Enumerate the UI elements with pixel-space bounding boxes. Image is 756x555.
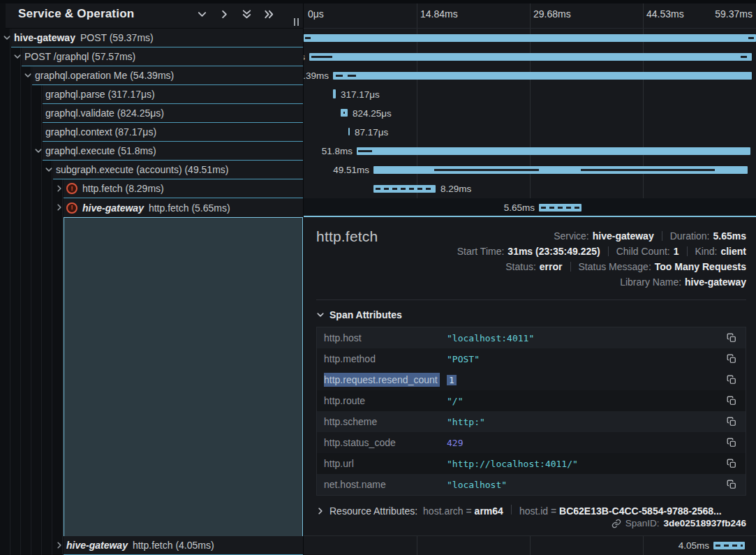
- duration-label: 49.51ms: [333, 165, 369, 175]
- tree-row[interactable]: graphql.operation Me (54.39ms): [0, 66, 303, 85]
- tree-row[interactable]: !hive-gatewayhttp.fetch (5.65ms): [0, 198, 303, 217]
- pane-title: Service & Operation: [6, 7, 134, 21]
- tree-row[interactable]: graphql.validate (824.25μs): [0, 104, 303, 123]
- copy-icon[interactable]: [718, 480, 746, 489]
- attribute-value: 429: [447, 438, 718, 448]
- collapse-one-icon[interactable]: [194, 6, 209, 22]
- timeline-row[interactable]: 317.17μs: [304, 85, 756, 104]
- attribute-row[interactable]: http.method"POST": [317, 348, 746, 369]
- tree-row[interactable]: subgraph.execute (accounts) (49.51ms): [0, 161, 303, 179]
- gridline: [417, 0, 417, 28]
- collapse-all-icon[interactable]: [239, 6, 254, 22]
- duration-label: 54.39ms: [304, 71, 329, 81]
- tree-row[interactable]: graphql.context (87.17μs): [0, 123, 303, 142]
- chevron-down-icon[interactable]: [13, 52, 22, 61]
- ruler-tick: 29.68ms: [533, 8, 571, 20]
- timeline-row[interactable]: 87.17μs: [304, 123, 756, 142]
- tree-row[interactable]: hive-gatewayhttp.fetch (4.05ms): [0, 536, 303, 555]
- tree-row[interactable]: !http.fetch (8.29ms): [0, 179, 303, 198]
- timeline-row[interactable]: 8.29ms: [304, 179, 756, 198]
- attribute-row[interactable]: http.route"/": [317, 390, 746, 411]
- child-span-tick: [434, 169, 539, 171]
- copy-icon[interactable]: [718, 375, 746, 385]
- meta-separator: [687, 246, 688, 256]
- chevron-down-icon[interactable]: [44, 165, 54, 175]
- attribute-row[interactable]: net.host.name"localhost": [317, 474, 746, 495]
- pane-resize-handle[interactable]: [294, 18, 299, 26]
- span-label: POST (59.37ms): [80, 32, 154, 43]
- selected-span-expanded-panel: [64, 217, 303, 536]
- meta-label: Service:: [554, 228, 589, 244]
- meta-label: Status Message:: [579, 259, 651, 274]
- timeline-row[interactable]: 4.05ms: [304, 536, 756, 555]
- meta-label: Status:: [505, 259, 536, 274]
- meta-label: Duration:: [670, 228, 710, 244]
- attribute-value: "localhost:4011": [447, 333, 718, 343]
- service-name: hive-gateway: [14, 32, 75, 43]
- expand-one-icon[interactable]: [216, 6, 232, 22]
- tree-row[interactable]: hive-gatewayPOST (59.37ms): [0, 29, 303, 47]
- timeline-row[interactable]: 49.51ms: [304, 161, 756, 179]
- span-bar[interactable]: [348, 128, 350, 135]
- copy-icon[interactable]: [718, 417, 746, 427]
- chevron-right-icon[interactable]: [54, 202, 64, 212]
- copy-icon[interactable]: [718, 333, 746, 343]
- meta-value: 5.65ms: [713, 228, 746, 244]
- gridline: [643, 0, 644, 28]
- timeline-row[interactable]: 824.25μs: [304, 104, 756, 123]
- chevron-down-icon[interactable]: [23, 71, 33, 80]
- span-name: http.fetch: [316, 228, 378, 290]
- ruler-tick: 0μs: [308, 8, 324, 20]
- resource-attributes-row[interactable]: Resource Attributes: host.arch = arm64ho…: [316, 505, 746, 517]
- attribute-row[interactable]: http.host"localhost:4011": [317, 327, 746, 348]
- link-icon[interactable]: [612, 519, 621, 528]
- span-attributes-toggle[interactable]: Span Attributes: [316, 309, 746, 320]
- span-bar[interactable]: [373, 166, 748, 174]
- timeline-row[interactable]: 5.65ms: [304, 198, 756, 217]
- chevron-right-icon[interactable]: [54, 184, 64, 193]
- span-label: http.fetch (5.65ms): [149, 202, 230, 214]
- tree-row[interactable]: POST /graphql (57.57ms): [0, 47, 303, 66]
- expand-all-icon[interactable]: [261, 6, 276, 22]
- chevron-right-icon[interactable]: [54, 540, 64, 550]
- span-bar[interactable]: [341, 109, 348, 117]
- attribute-key: http.url: [317, 458, 447, 469]
- attribute-value: "localhost": [447, 480, 718, 490]
- chevron-down-icon[interactable]: [2, 33, 12, 43]
- child-span-tick: [305, 37, 311, 39]
- timeline-row[interactable]: 57.57ms: [304, 47, 756, 66]
- timeline-row[interactable]: 51.8ms: [304, 142, 756, 161]
- gridline: [530, 0, 531, 28]
- span-attributes-title: Span Attributes: [329, 309, 402, 320]
- span-bar[interactable]: [713, 542, 745, 549]
- span-bar[interactable]: [333, 89, 336, 98]
- ruler-tick: 59.37ms: [715, 8, 753, 20]
- timeline-row[interactable]: [304, 29, 756, 47]
- span-bar[interactable]: [304, 34, 756, 42]
- attribute-row[interactable]: http.url"http://localhost:4011/": [317, 453, 746, 474]
- service-name: hive-gateway: [82, 202, 144, 214]
- span-bar[interactable]: [357, 147, 750, 155]
- copy-icon[interactable]: [718, 354, 746, 364]
- span-bar[interactable]: [539, 204, 581, 212]
- span-bar[interactable]: [309, 53, 752, 61]
- timeline-row[interactable]: 54.39ms: [304, 66, 756, 85]
- tree-row[interactable]: graphql.parse (317.17μs): [0, 85, 303, 104]
- span-id-label: SpanID:: [625, 518, 660, 528]
- span-bar[interactable]: [333, 72, 752, 80]
- tree-header: Service & Operation: [6, 0, 303, 29]
- attribute-key: http.method: [317, 353, 447, 364]
- tree-header-actions: [194, 6, 276, 22]
- attribute-row[interactable]: http.request.resend_count1: [317, 369, 746, 390]
- copy-icon[interactable]: [718, 396, 746, 406]
- error-icon: !: [66, 183, 77, 194]
- attribute-row[interactable]: http.status_code429: [317, 432, 746, 453]
- copy-icon[interactable]: [718, 438, 746, 447]
- chevron-down-icon[interactable]: [34, 146, 43, 156]
- attribute-key: net.host.name: [317, 479, 447, 490]
- attribute-row[interactable]: http.scheme"http:": [317, 411, 746, 432]
- tree-row[interactable]: graphql.execute (51.8ms): [0, 142, 303, 161]
- copy-icon[interactable]: [718, 459, 746, 468]
- span-bar[interactable]: [373, 185, 436, 193]
- span-label: http.fetch (4.05ms): [133, 540, 214, 551]
